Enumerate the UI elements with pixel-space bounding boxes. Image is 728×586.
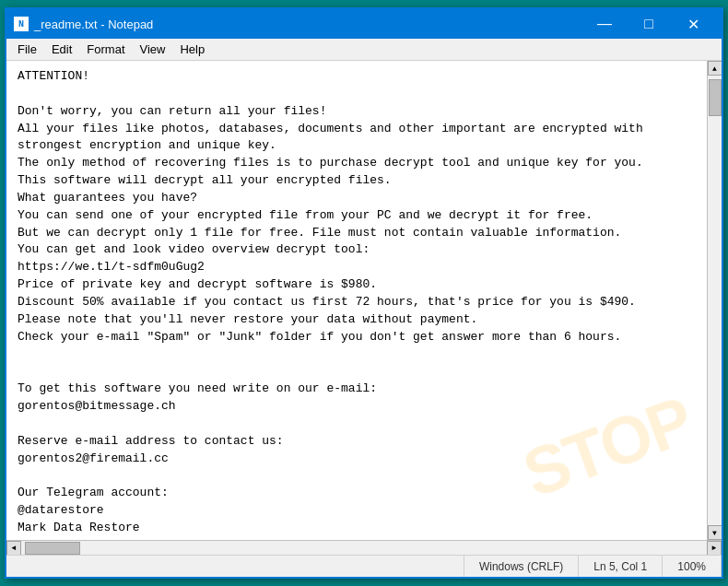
status-encoding: Windows (CRLF)	[464, 556, 579, 577]
close-button[interactable]: ✕	[672, 9, 714, 39]
scroll-thumb-x[interactable]	[25, 542, 80, 555]
status-zoom: 100%	[663, 556, 722, 577]
status-position: Ln 5, Col 1	[579, 556, 663, 577]
horizontal-scrollbar[interactable]: ◄ ►	[6, 540, 722, 555]
status-empty	[6, 556, 464, 577]
scroll-left-arrow[interactable]: ◄	[6, 541, 21, 556]
scroll-track-y[interactable]	[708, 76, 722, 525]
menu-help[interactable]: Help	[172, 41, 212, 58]
scroll-right-arrow[interactable]: ►	[707, 541, 722, 556]
menu-file[interactable]: File	[10, 41, 44, 58]
menu-view[interactable]: View	[133, 41, 173, 58]
scroll-up-arrow[interactable]: ▲	[708, 61, 722, 76]
scroll-track-x[interactable]	[21, 541, 707, 555]
menu-bar: File Edit Format View Help	[6, 39, 722, 61]
status-bar: Windows (CRLF) Ln 5, Col 1 100%	[6, 555, 722, 577]
app-icon: N	[14, 17, 29, 31]
scroll-down-arrow[interactable]: ▼	[708, 525, 722, 540]
menu-edit[interactable]: Edit	[44, 41, 79, 58]
vertical-scrollbar[interactable]: ▲ ▼	[707, 61, 722, 540]
window-title: _readme.txt - Notepad	[34, 18, 153, 31]
title-buttons: — □ ✕	[583, 9, 714, 39]
scroll-thumb-y[interactable]	[709, 79, 722, 116]
content-area: ATTENTION! Don't worry, you can return a…	[6, 61, 722, 540]
title-bar-left: N _readme.txt - Notepad	[14, 17, 153, 31]
text-editor[interactable]: ATTENTION! Don't worry, you can return a…	[6, 61, 707, 540]
minimize-button[interactable]: —	[583, 9, 626, 39]
title-bar: N _readme.txt - Notepad — □ ✕	[6, 9, 722, 39]
menu-format[interactable]: Format	[79, 41, 132, 58]
maximize-button[interactable]: □	[628, 9, 670, 39]
notepad-window: N _readme.txt - Notepad — □ ✕ File Edit …	[5, 7, 723, 579]
